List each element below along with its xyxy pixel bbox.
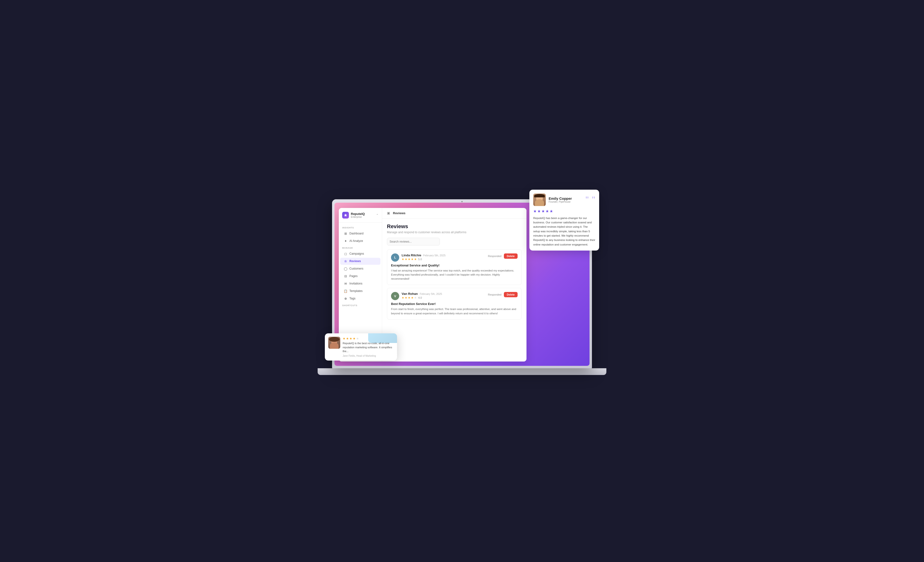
nav-insights-label: INSIGHTS	[339, 225, 382, 230]
content-area: Reviews Manage and respond to customer r…	[382, 219, 526, 362]
testimonial-card-left: ★ ★ ★ ★ ★ ReputeIQ is the best no-code, …	[325, 334, 397, 361]
star-rating: ★ ★ ★ ★ ★ 5.0	[402, 257, 488, 261]
sidebar-item-customers-label: Customers	[350, 267, 363, 270]
brand-chevron-icon[interactable]: ⌃	[376, 213, 378, 217]
testimonial-card-right: Emily Copper Founder, PipeHouse " " ★ ★ …	[530, 190, 599, 251]
tc-name: Emily Copper	[549, 196, 572, 200]
star-rating: ★ ★ ★ ★ ★ 4.0	[402, 296, 488, 299]
sidebar-item-reviews[interactable]: ☆ Reviews	[340, 258, 380, 265]
tc-role: Founder, PipeHouse	[549, 200, 572, 203]
templates-icon: 📋	[344, 289, 348, 293]
pages-icon: ⊟	[344, 274, 348, 278]
review-title: Best Reputation Service Ever!	[391, 302, 518, 306]
sidebar-item-ai-analyze[interactable]: ✦ AI Analyze	[340, 237, 380, 245]
sidebar-item-invitations-label: Invitations	[350, 282, 362, 285]
tc-quote: ReputeIQ has been a game-changer for our…	[533, 216, 595, 247]
nav-shortcuts-label: SHORTCUTS	[339, 302, 382, 308]
sidebar-item-ai-analyze-label: AI Analyze	[350, 239, 363, 243]
review-body: From start to finish, everything was per…	[391, 307, 518, 316]
reviewer-name: Linda Ritchie	[402, 254, 422, 257]
dashboard-icon: ⊞	[344, 232, 348, 235]
nav-manage-label: MANAGE	[339, 245, 382, 250]
sidebar-item-pages[interactable]: ⊟ Pages	[340, 273, 380, 279]
review-card: L Linda Ritchie February 5th, 2025 ★ ★	[387, 249, 522, 285]
brand-section: ReputeIQ Enterprise ⌃	[339, 212, 382, 222]
page-subtitle: Manage and respond to customer reviews a…	[387, 231, 522, 234]
reviewer-name: Van Rohan	[402, 292, 418, 296]
tc-left-attribution: Jane Fields, Head of Marketing	[343, 355, 394, 357]
search-input[interactable]	[387, 238, 440, 245]
reviewer-avatar: V	[391, 292, 399, 300]
delete-button[interactable]: Delete	[504, 292, 518, 297]
sidebar-item-tags-label: Tags	[350, 297, 356, 300]
campaigns-icon: ◻	[344, 252, 348, 255]
rating-number: 5.0	[418, 258, 422, 261]
sidebar-item-dashboard[interactable]: ⊞ Dashboard	[340, 230, 380, 237]
reviewer-date: February 5th, 2025	[420, 292, 442, 295]
review-title: Exceptional Service and Quality!	[391, 263, 518, 267]
quote-marks-icon: "	[585, 196, 589, 203]
rating-number: 4.0	[418, 296, 422, 299]
topbar: ▣ Reviews	[382, 208, 526, 219]
reviewer-avatar: L	[391, 254, 399, 261]
sidebar-item-customers[interactable]: ◯ Customers	[340, 265, 380, 272]
customers-icon: ◯	[344, 267, 348, 270]
tc-left-quote: ReputeIQ is the best no-code, all-in-one…	[343, 341, 394, 353]
sidebar-item-campaigns-label: Campaigns	[350, 252, 364, 255]
brand-name: ReputeIQ	[351, 212, 374, 216]
reviewer-date: February 5th, 2025	[423, 254, 446, 257]
sidebar-item-reviews-label: Reviews	[350, 260, 361, 263]
sidebar-item-templates[interactable]: 📋 Templates	[340, 288, 380, 295]
responded-badge: Responded	[488, 293, 501, 296]
review-body: I had an amazing experience! The service…	[391, 269, 518, 281]
brand-logo	[342, 212, 349, 219]
review-card: V Van Rohan February 5th, 2025 ★ ★	[387, 288, 522, 320]
main-content: ▣ Reviews Reviews Manage and respond to …	[382, 208, 526, 362]
reviews-icon: ☆	[344, 260, 348, 263]
sidebar-item-invitations[interactable]: ✉ Invitations	[340, 280, 380, 287]
delete-button[interactable]: Delete	[504, 254, 518, 259]
invitations-icon: ✉	[344, 282, 348, 286]
sidebar-item-pages-label: Pages	[350, 274, 358, 278]
sidebar-toggle-icon[interactable]: ▣	[387, 211, 390, 215]
brand-plan: Enterprise	[351, 216, 374, 218]
sidebar-item-templates-label: Templates	[350, 289, 363, 293]
sidebar-item-campaigns[interactable]: ◻ Campaigns	[340, 250, 380, 257]
sidebar-item-dashboard-label: Dashboard	[350, 232, 364, 235]
page-title: Reviews	[387, 223, 522, 230]
topbar-title: Reviews	[393, 211, 405, 215]
responded-badge: Responded	[488, 255, 501, 257]
tc-stars: ★ ★ ★ ★ ★	[533, 209, 595, 213]
tags-icon: ⊕	[344, 297, 348, 301]
sidebar-item-tags[interactable]: ⊕ Tags	[340, 295, 380, 302]
ai-analyze-icon: ✦	[344, 239, 348, 243]
